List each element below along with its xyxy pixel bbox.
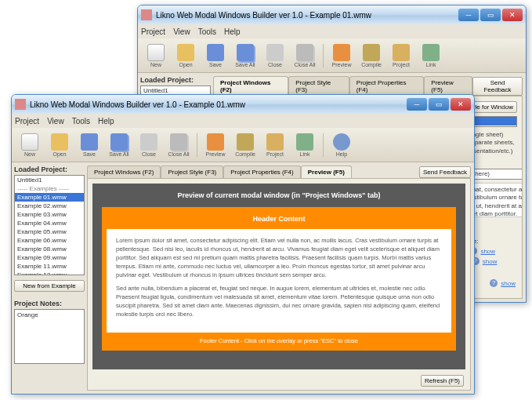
list-item: ----- Examples ----- — [15, 184, 84, 193]
project-list[interactable]: Untitled1 ----- Examples ----- Example 0… — [14, 175, 85, 275]
window-title: Likno Web Modal Windows Builder ver 1.0 … — [156, 11, 458, 20]
modal-body: Lorem ipsum dolor sit amet, consectetur … — [107, 229, 451, 333]
menu-tools[interactable]: Tools — [72, 117, 90, 125]
tab-project-style[interactable]: Project Style (F3) — [288, 76, 349, 96]
tb-closeall[interactable]: Close All — [291, 44, 318, 67]
tabs: Project Windows (F2) Project Style (F3) … — [87, 165, 471, 178]
titlebar-back[interactable]: Likno Web Modal Windows Builder ver 1.0 … — [138, 5, 526, 24]
tb-close[interactable]: Close — [136, 133, 162, 157]
menu-view[interactable]: View — [173, 27, 190, 36]
list-item[interactable]: Example 05.wmw — [15, 227, 84, 236]
menubar: Project View Tools Help — [12, 114, 474, 128]
tb-preview[interactable]: Preview — [328, 44, 355, 67]
menu-project[interactable]: Project — [15, 117, 39, 125]
modal-header: Header Content — [107, 212, 451, 229]
send-feedback-button[interactable]: Send Feedback — [472, 77, 523, 96]
tb-save[interactable]: Save — [76, 133, 103, 157]
show-link[interactable]: show — [483, 258, 498, 265]
menu-help[interactable]: Help — [98, 117, 114, 125]
sidebar-front: Loaded Project: Untitled1 ----- Examples… — [12, 162, 87, 394]
tb-save[interactable]: Save — [202, 44, 229, 67]
list-item[interactable]: Example 09.wmw — [15, 253, 84, 262]
minimize-button[interactable]: ─ — [407, 98, 427, 111]
tb-new[interactable]: New — [143, 44, 169, 67]
list-item[interactable]: Example 11.wmw — [15, 262, 84, 271]
list-item[interactable]: Example 02.wmw — [15, 202, 84, 210]
closeall-icon — [296, 44, 313, 61]
close-button[interactable]: ✕ — [451, 98, 471, 111]
list-item[interactable]: Example 06.wmw — [15, 236, 84, 245]
list-item[interactable]: Untitled1 — [15, 176, 84, 184]
tb-help[interactable]: Help — [328, 133, 355, 157]
project-icon — [266, 133, 284, 151]
menu-help[interactable]: Help — [224, 27, 241, 36]
tab-project-properties[interactable]: Project Properties (F4) — [349, 76, 425, 96]
titlebar-front[interactable]: Likno Web Modal Windows Builder ver 1.0 … — [12, 95, 474, 114]
tb-compile[interactable]: Compile — [232, 133, 259, 157]
menu-tools[interactable]: Tools — [198, 27, 216, 36]
tb-open[interactable]: Open — [46, 133, 73, 157]
save-icon — [81, 133, 98, 151]
saveall-icon — [110, 133, 128, 151]
save-icon — [207, 44, 224, 61]
list-item[interactable]: Example 03.wmw — [15, 210, 84, 219]
list-item[interactable]: Example 08.wmw — [15, 245, 84, 253]
new-icon — [147, 44, 165, 61]
preview-overlay[interactable]: Preview of current modal window (in "Pro… — [92, 184, 465, 369]
refresh-button[interactable]: Refresh (F5) — [421, 375, 464, 387]
tb-saveall[interactable]: Save All — [106, 133, 132, 157]
close-button[interactable]: ✕ — [502, 9, 523, 21]
tb-new[interactable]: New — [16, 133, 43, 157]
maximize-button[interactable]: ▭ — [429, 98, 449, 111]
loaded-project-label: Loaded Project: — [140, 76, 211, 84]
tab-project-style[interactable]: Project Style (F3) — [161, 165, 223, 178]
tab-project-windows[interactable]: Project Windows (F2) — [213, 76, 288, 96]
minimize-button[interactable]: ─ — [458, 9, 479, 21]
project-notes-textarea[interactable]: Orange — [14, 309, 85, 364]
tb-link[interactable]: Link — [291, 133, 318, 157]
show-link[interactable]: show — [480, 248, 495, 255]
help-icon — [333, 133, 350, 151]
new-icon — [21, 133, 38, 151]
modal-footer: Footer Content - Click on the overlay or… — [107, 333, 451, 346]
list-item-selected[interactable]: Example 01.wmw — [15, 193, 84, 202]
link-icon — [296, 133, 313, 151]
loaded-project-label: Loaded Project: — [14, 165, 85, 173]
open-icon — [177, 44, 194, 61]
compile-icon — [237, 133, 254, 151]
tab-preview[interactable]: Preview (F5) — [301, 165, 352, 178]
project-icon — [393, 44, 410, 61]
toolbar: New Open Save Save All Close Close All P… — [138, 38, 526, 73]
content-front: Preview of current modal window (in "Pro… — [87, 178, 471, 391]
tb-project[interactable]: Project — [262, 133, 288, 157]
tb-project[interactable]: Project — [388, 44, 414, 67]
list-item[interactable]: Example 04.wmw — [15, 219, 84, 227]
send-feedback-button[interactable]: Send Feedback — [419, 166, 471, 178]
tb-closeall[interactable]: Close All — [165, 133, 192, 157]
help-icon[interactable]: ? — [490, 279, 498, 287]
tb-compile[interactable]: Compile — [358, 44, 385, 67]
open-icon — [51, 133, 68, 151]
toolbar-sep — [323, 44, 324, 67]
list-item[interactable]: Example 12.wmw — [15, 271, 84, 275]
tb-link[interactable]: Link — [418, 44, 444, 67]
link-icon — [422, 44, 440, 61]
maximize-button[interactable]: ▭ — [480, 9, 501, 21]
menu-project[interactable]: Project — [141, 27, 165, 36]
window-front: Likno Web Modal Windows Builder ver 1.0 … — [11, 94, 475, 395]
toolbar: New Open Save Save All Close Close All P… — [12, 128, 474, 162]
tb-preview[interactable]: Preview — [202, 133, 229, 157]
saveall-icon — [237, 44, 254, 61]
menu-view[interactable]: View — [47, 117, 64, 125]
show-link[interactable]: show — [501, 280, 516, 287]
tb-close[interactable]: Close — [262, 44, 288, 67]
new-from-example-button[interactable]: New from Example — [14, 280, 85, 292]
tab-preview[interactable]: Preview (F5) — [424, 76, 472, 96]
app-icon — [15, 99, 26, 110]
tb-saveall[interactable]: Save All — [232, 44, 259, 67]
tb-open[interactable]: Open — [172, 44, 199, 67]
preview-icon — [333, 44, 350, 61]
preview-icon — [207, 133, 224, 151]
tab-project-properties[interactable]: Project Properties (F4) — [223, 165, 300, 178]
tab-project-windows[interactable]: Project Windows (F2) — [87, 165, 161, 178]
